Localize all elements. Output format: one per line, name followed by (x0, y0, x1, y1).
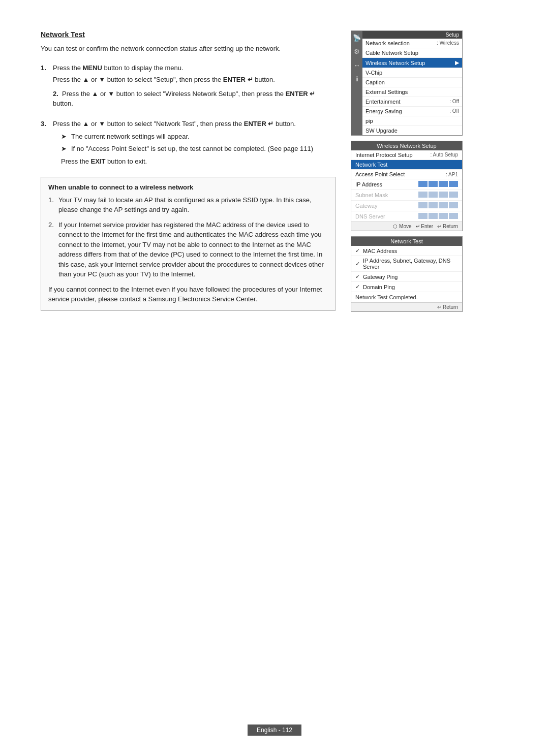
external-label: External Settings (365, 89, 408, 95)
entertainment-row: Entertainment : Off (362, 97, 462, 107)
wireless-network-label: Wireless Network Setup (365, 60, 425, 66)
input-icon: ↔ (354, 61, 360, 69)
footer-return: ↩ Return (437, 224, 458, 229)
network-test-label: Network Test (355, 162, 387, 168)
footer-enter: ↵ Enter (416, 224, 434, 229)
content-area: Network Test You can test or confirm the… (41, 30, 508, 312)
network-selection-value: : Wireless (437, 40, 459, 46)
mac-address-row: ✓ MAC Address (351, 246, 462, 256)
warn-text-2: If your Internet service provider has re… (58, 220, 328, 279)
sw-row: SW Upgrade (362, 126, 462, 135)
network-selection-row: Network selection : Wireless (362, 39, 462, 48)
step-3: 3. Press the ▲ or ▼ button to select "Ne… (41, 119, 336, 169)
setup-panel-inner: 📡 ⚙ ↔ ℹ Setup Network selection : Wirele… (351, 31, 462, 135)
warning-box: When unable to connect to a wireless net… (41, 177, 336, 311)
exit-note: Press the EXIT button to exit. (61, 156, 336, 167)
ip-subnet-label: IP Address, Subnet, Gateway, DNS Server (363, 258, 458, 270)
step-1-line-1: Press the MENU button to display the men… (53, 63, 336, 73)
ip-box-3 (439, 181, 448, 187)
energy-label: Energy Saving (365, 108, 402, 114)
step-3-sub-1-text: The current network settings will appear… (71, 132, 190, 142)
step3-list: 3. Press the ▲ or ▼ button to select "Ne… (41, 119, 336, 169)
warn-text-1: Your TV may fail to locate an AP that is… (58, 195, 328, 215)
step-3-line: Press the ▲ or ▼ button to select "Netwo… (53, 119, 336, 129)
dns-box-2 (429, 213, 438, 219)
step-2-line: 2. Press the ▲ or ▼ button to select "Wi… (53, 89, 336, 109)
section-title: Network Test (41, 30, 336, 39)
ip-address-row: IP Address (351, 179, 462, 190)
external-row: External Settings (362, 87, 462, 97)
step-3-sub-2: ➤ If no "Access Point Select" is set up,… (61, 144, 336, 154)
gateway-boxes (418, 202, 458, 209)
step-1-line-2: Press the ▲ or ▼ button to select "Setup… (53, 75, 336, 85)
subnet-box-2 (429, 192, 438, 198)
dns-box-1 (418, 213, 428, 219)
info-icon: ℹ (356, 75, 358, 83)
ip-box-1 (418, 181, 428, 187)
antenna-icon: 📡 (353, 34, 361, 42)
access-point-label: Access Point Select (355, 171, 405, 177)
pip-label: pip (365, 118, 373, 124)
setup-panel: 📡 ⚙ ↔ ℹ Setup Network selection : Wirele… (351, 30, 463, 136)
entertainment-label: Entertainment (365, 99, 400, 105)
ip-check: ✓ (355, 261, 360, 267)
gateway-box-3 (439, 202, 448, 208)
energy-value: : Off (449, 108, 459, 114)
setup-label: Setup (362, 31, 462, 39)
completed-text: Network Test Completed. (355, 294, 418, 300)
caption-label: Caption (365, 79, 385, 85)
footer-badge: English - 112 (248, 724, 301, 736)
cable-network-label: Cable Network Setup (365, 50, 418, 56)
access-point-value: : AP1 (446, 172, 458, 177)
step-3-content: Press the ▲ or ▼ button to select "Netwo… (53, 119, 336, 169)
subnet-boxes (418, 192, 458, 199)
arrow-2: ➤ (61, 144, 68, 154)
page-container: Network Test You can test or confirm the… (0, 0, 549, 756)
gateway-box-1 (418, 202, 428, 208)
access-point-row: Access Point Select : AP1 (351, 170, 462, 179)
subnet-row: Subnet Mask (351, 190, 462, 201)
gateway-box-4 (449, 202, 458, 208)
mac-address-label: MAC Address (363, 248, 397, 254)
nettest-panel: Network Test ✓ MAC Address ✓ IP Address,… (351, 236, 463, 312)
wireless-panel-header: Wireless Network Setup (351, 141, 462, 150)
dns-row: DNS Server (351, 211, 462, 222)
internet-protocol-value: : Auto Setup (431, 152, 459, 158)
pip-row: pip (362, 116, 462, 126)
ip-address-boxes (418, 181, 458, 188)
gateway-ping-row: ✓ Gateway Ping (351, 272, 462, 282)
wireless-network-row: Wireless Network Setup ▶ (362, 58, 462, 68)
dns-boxes (418, 213, 458, 220)
warning-title: When unable to connect to a wireless net… (48, 183, 328, 191)
energy-row: Energy Saving : Off (362, 107, 462, 116)
internet-protocol-label: Internet Protocol Setup (355, 152, 413, 158)
dns-label: DNS Server (355, 213, 385, 219)
setup-menu-col: Setup Network selection : Wireless Cable… (362, 31, 462, 135)
intro-text: You can test or confirm the network conn… (41, 44, 336, 54)
warning-item-2: 2. If your Internet service provider has… (48, 220, 328, 279)
wireless-arrow: ▶ (455, 59, 459, 66)
settings-icon: ⚙ (354, 48, 360, 55)
page-footer: English - 112 (0, 724, 549, 736)
gateway-ping-label: Gateway Ping (363, 274, 398, 280)
step-1-content: Press the MENU button to display the men… (53, 63, 336, 111)
wireless-panel: Wireless Network Setup Internet Protocol… (351, 141, 463, 231)
step-3-num: 3. (41, 119, 49, 169)
dns-box-4 (449, 213, 458, 219)
network-selection-label: Network selection (365, 40, 410, 46)
step-3-sub-2-text: If no "Access Point Select" is set up, t… (71, 144, 313, 154)
nettest-panel-header: Network Test (351, 237, 462, 246)
sw-label: SW Upgrade (365, 128, 398, 134)
entertainment-value: : Off (449, 99, 459, 105)
subnet-label: Subnet Mask (355, 192, 388, 198)
ip-box-4 (449, 181, 458, 187)
subnet-box-1 (418, 192, 428, 198)
arrow-1: ➤ (61, 132, 68, 142)
ip-subnet-row: ✓ IP Address, Subnet, Gateway, DNS Serve… (351, 256, 462, 272)
completed-row: Network Test Completed. (351, 292, 462, 303)
dns-box-3 (439, 213, 448, 219)
cable-network-row: Cable Network Setup (362, 48, 462, 58)
domain-ping-label: Domain Ping (363, 284, 395, 290)
step-1: 1. Press the MENU button to display the … (41, 63, 336, 111)
right-column: 📡 ⚙ ↔ ℹ Setup Network selection : Wirele… (351, 30, 468, 312)
